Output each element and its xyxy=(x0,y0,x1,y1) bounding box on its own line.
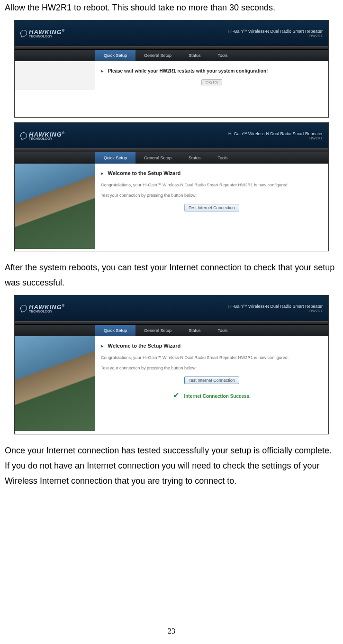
sidebar-photo xyxy=(15,336,95,431)
hawk-icon xyxy=(19,304,28,313)
main-panel: ▸ Please wait while your HW2R1 restarts … xyxy=(95,61,328,90)
logo: HAWKING® TECHNOLOGY xyxy=(20,131,65,140)
content-body: ▸ Welcome to the Setup Wizard Congratula… xyxy=(15,164,328,249)
page-number: 23 xyxy=(0,627,343,635)
paragraph-after-reboot: After the system reboots, you can test y… xyxy=(0,260,343,290)
success-message: Internet Connection Success. xyxy=(184,394,251,399)
success-row: ✔ Internet Connection Success. xyxy=(101,391,323,400)
nav-status[interactable]: Status xyxy=(180,152,209,164)
nav-tools[interactable]: Tools xyxy=(209,325,236,336)
nav-quick-setup[interactable]: Quick Setup xyxy=(95,50,135,61)
screenshot-wizard-success: HAWKING® TECHNOLOGY Hi-Gain™ Wireless-N … xyxy=(14,295,329,434)
header-title: Hi-Gain™ Wireless-N Dual Radio Smart Rep… xyxy=(228,304,323,313)
app-header: HAWKING® TECHNOLOGY Hi-Gain™ Wireless-N … xyxy=(15,123,328,148)
divider-bar xyxy=(15,46,328,50)
nav-status[interactable]: Status xyxy=(180,50,209,61)
ok-button[interactable]: OK(10) xyxy=(201,79,222,85)
nav-status[interactable]: Status xyxy=(180,325,209,336)
nav-bar: Quick Setup General Setup Status Tools xyxy=(15,325,328,336)
content-body: ▸ Welcome to the Setup Wizard Congratula… xyxy=(15,336,328,431)
main-panel: ▸ Welcome to the Setup Wizard Congratula… xyxy=(95,336,328,431)
logo: HAWKING® TECHNOLOGY xyxy=(20,304,65,313)
header-model: HW2R1 xyxy=(228,309,323,313)
sidebar-photo xyxy=(15,164,95,249)
wait-message: Please wait while your HW2R1 restarts wi… xyxy=(108,68,268,74)
arrow-icon: ▸ xyxy=(101,68,104,74)
header-model: HW2R1 xyxy=(228,136,323,140)
main-panel: ▸ Welcome to the Setup Wizard Congratula… xyxy=(95,164,328,249)
nav-tools[interactable]: Tools xyxy=(209,152,236,164)
nav-bar: Quick Setup General Setup Status Tools xyxy=(15,50,328,61)
divider-bar xyxy=(15,148,328,152)
test-connection-button[interactable]: Test Internet Connection xyxy=(184,204,239,212)
check-icon: ✔ xyxy=(173,391,179,399)
paragraph-reboot: Allow the HW2R1 to reboot. This should t… xyxy=(0,0,343,15)
arrow-icon: ▸ xyxy=(101,343,104,349)
nav-quick-setup[interactable]: Quick Setup xyxy=(95,325,135,336)
logo: HAWKING® TECHNOLOGY xyxy=(20,28,65,38)
nav-general-setup[interactable]: General Setup xyxy=(135,50,180,61)
hawk-icon xyxy=(19,29,28,37)
divider-bar xyxy=(15,321,328,325)
header-title: Hi-Gain™ Wireless-N Dual Radio Smart Rep… xyxy=(228,29,323,38)
screenshot-restarting: HAWKING® TECHNOLOGY Hi-Gain™ Wireless-N … xyxy=(14,20,329,118)
wizard-title: Welcome to the Setup Wizard xyxy=(108,170,181,176)
header-model: HW2R1 xyxy=(228,34,323,38)
screenshot-wizard: HAWKING® TECHNOLOGY Hi-Gain™ Wireless-N … xyxy=(14,122,329,251)
nav-tools[interactable]: Tools xyxy=(209,50,236,61)
arrow-icon: ▸ xyxy=(101,170,104,176)
nav-general-setup[interactable]: General Setup xyxy=(135,325,180,336)
paragraph-complete: Once your Internet connection has tested… xyxy=(0,443,343,488)
header-title: Hi-Gain™ Wireless-N Dual Radio Smart Rep… xyxy=(228,131,323,140)
congrats-text: Congratulations, your Hi-Gain™ Wireless-… xyxy=(101,354,323,361)
wizard-title: Welcome to the Setup Wizard xyxy=(108,343,181,349)
app-header: HAWKING® TECHNOLOGY Hi-Gain™ Wireless-N … xyxy=(15,20,328,46)
app-header: HAWKING® TECHNOLOGY Hi-Gain™ Wireless-N … xyxy=(15,295,328,321)
nav-bar: Quick Setup General Setup Status Tools xyxy=(15,152,328,164)
test-prompt: Test your connection by pressing the but… xyxy=(101,192,323,199)
nav-quick-setup[interactable]: Quick Setup xyxy=(95,152,135,164)
nav-general-setup[interactable]: General Setup xyxy=(135,152,180,164)
content-body: ▸ Please wait while your HW2R1 restarts … xyxy=(15,61,328,90)
hawk-icon xyxy=(19,131,28,140)
test-connection-button[interactable]: Test Internet Connection xyxy=(184,377,239,384)
congrats-text: Congratulations, your Hi-Gain™ Wireless-… xyxy=(101,182,323,188)
sidebar xyxy=(15,61,95,90)
test-prompt: Test your connection by pressing the but… xyxy=(101,365,323,371)
